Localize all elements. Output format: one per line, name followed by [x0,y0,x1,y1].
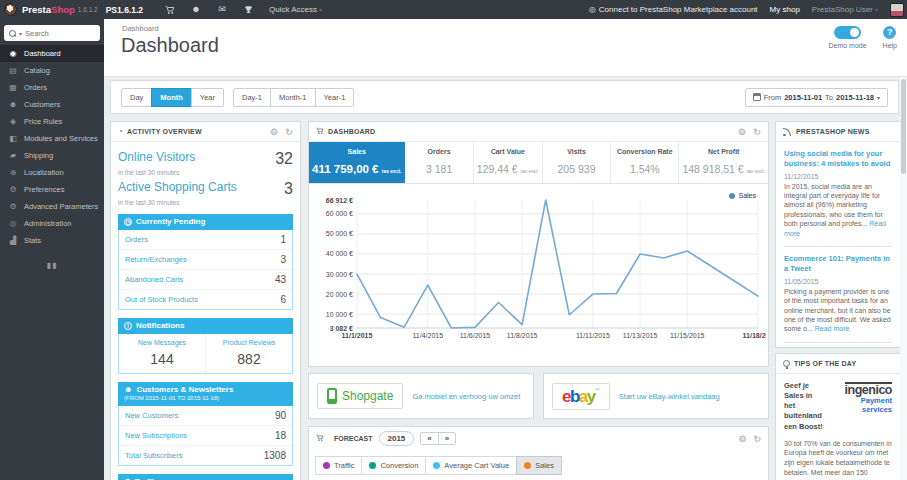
gear-icon[interactable]: ⚙ [270,127,278,137]
refresh-icon[interactable]: ↻ [753,434,761,444]
sidebar-item-administration[interactable]: ◎Administration [0,215,104,232]
tab-average-cart-value[interactable]: Average Cart Value [425,456,517,475]
cart-icon [316,127,324,137]
my-shop-link[interactable]: My shop [770,5,800,14]
sidebar-item-stats[interactable]: ▟Stats [0,232,104,249]
svg-text:60 000 €: 60 000 € [326,210,353,217]
svg-text:3 082 €: 3 082 € [330,325,353,332]
search-input[interactable] [25,29,95,38]
sidebar-item-label: Customers [24,100,60,109]
marketplace-icon: ◎ [589,5,596,14]
activity-panel-title: ACTIVITY OVERVIEW [127,128,202,135]
sidebar-item-price-rules[interactable]: ◈Price Rules [0,113,104,130]
avg-cart-dot-icon [433,462,440,469]
sidebar-item-customers[interactable]: ☻Customers [0,96,104,113]
range-year-1-button[interactable]: Year-1 [315,88,355,107]
range-day-1-button[interactable]: Day-1 [233,88,271,107]
list-item-new-subscriptions[interactable]: New Subscriptions18 [119,426,292,446]
collapse-sidebar-icon[interactable]: ▮▮ [0,261,104,270]
news-panel-header: PRESTASHOP NEWS [776,122,900,142]
kpi-cart-value[interactable]: Cart Value129,44 € tax excl. [474,142,543,183]
trophy-icon[interactable] [235,0,261,19]
stats-icon: ▟ [8,236,18,245]
user-avatar[interactable] [890,3,904,17]
range-month-1-button[interactable]: Month-1 [270,88,316,107]
sidebar-item-orders[interactable]: ▦Orders [0,79,104,96]
new-messages-cell[interactable]: New Messages144 [119,334,206,373]
notifications-banner: !Notifications [118,318,293,334]
prestashop-logo-icon [4,3,17,16]
demo-mode-toggle[interactable]: Demo mode [828,26,866,49]
shopgate-promo-link[interactable]: Ga mobiel en verhoog uw omzet [412,392,520,401]
sidebar-item-preferences[interactable]: ⚙Preferences [0,181,104,198]
calendar-icon [753,93,761,101]
help-button[interactable]: ? Help [883,26,897,49]
news-article-title[interactable]: Using social media for your business: 4 … [784,149,892,169]
online-visitors-link[interactable]: Online Visitors [118,150,195,164]
user-menu[interactable]: PrestaShop User ▾ [812,5,878,14]
traffic-dot-icon [323,462,330,469]
breadcrumb[interactable]: Dashboard [122,24,159,33]
kpi-sales[interactable]: Sales411 759,00 € tax excl. [309,142,405,183]
kpi-visits[interactable]: Visits205 939 [543,142,611,183]
gear-icon[interactable]: ⚙ [738,127,746,137]
scrollbar-thumb[interactable] [901,79,906,174]
product-reviews-cell[interactable]: Product Reviews882 [206,334,292,373]
tab-traffic[interactable]: Traffic [315,456,362,475]
customers-banner-sub: (FROM 2015-11-01 TO 2015-11-18) [124,395,287,403]
sidebar-item-catalog[interactable]: ▤Catalog [0,62,104,79]
person-icon: ☻ [124,385,132,395]
range-day-button[interactable]: Day [121,88,152,107]
messages-icon[interactable]: ✉ [209,0,235,19]
tab-sales[interactable]: Sales [516,456,562,475]
toggle-on-icon[interactable] [834,26,861,39]
date-range-picker[interactable]: From 2015-11-01 To 2015-11-18 ▾ [745,88,888,107]
range-year-button[interactable]: Year [191,88,224,107]
ebay-promo-link[interactable]: Start uw eBay-winkel vandaag [619,392,720,401]
sidebar-item-dashboard[interactable]: ◉Dashboard [0,45,104,62]
marketplace-link[interactable]: ◎Connect to PrestaShop Marketplace accou… [589,5,758,14]
refresh-icon[interactable]: ↻ [753,127,761,137]
active-carts-link[interactable]: Active Shopping Carts [118,180,237,194]
kpi-orders[interactable]: Orders3 181 [405,142,473,183]
sidebar-item-modules-and-services[interactable]: ◧Modules and Services [0,130,104,147]
read-more-link[interactable]: Read more [815,325,850,332]
cart-icon [316,434,324,444]
customers-icon: ☻ [8,100,18,109]
kpi-conversion-rate[interactable]: Conversion Rate1.54% [611,142,679,183]
news-article-excerpt: In 2015, social media are an integral pa… [784,182,892,239]
range-month-button[interactable]: Month [151,88,192,107]
next-year-button[interactable]: » [439,433,455,444]
list-item-abandoned-carts[interactable]: Abandoned Carts43 [119,270,292,290]
tab-conversion[interactable]: Conversion [361,456,426,475]
date-from: 2015-11-01 [784,93,822,102]
sidebar-item-localization[interactable]: ⊕Localization [0,164,104,181]
forecast-year[interactable]: 2015 [379,431,415,446]
list-item-returns[interactable]: Return/Exchanges3 [119,250,292,270]
quick-access-menu[interactable]: Quick Access ▾ [269,5,322,14]
list-item-total-subscribers[interactable]: Total Subscribers1308 [119,446,292,465]
cart-icon[interactable] [157,0,183,19]
sidebar-item-advanced-parameters[interactable]: ⚙Advanced Parameters [0,198,104,215]
list-item-out-of-stock[interactable]: Out of Stock Products6 [119,290,292,309]
page-title: Dashboard [121,34,219,57]
previous-year-button[interactable]: « [421,433,438,444]
help-icon[interactable]: ? [883,26,896,39]
chart-legend[interactable]: Sales [729,192,756,199]
list-item-new-customers[interactable]: New Customers90 [119,406,292,426]
list-item-orders[interactable]: Orders1 [119,230,292,250]
refresh-icon[interactable]: ↻ [285,127,293,137]
currently-pending-banner: ◷Currently Pending [118,214,293,230]
svg-text:11/11/2015: 11/11/2015 [576,332,610,339]
gear-icon[interactable]: ⚙ [738,434,746,444]
administration-icon: ◎ [8,219,18,228]
legend-dot-icon [729,193,735,199]
kpi-net-profit[interactable]: Net Profit148 918,51 € tax excl. [679,142,768,183]
svg-text:11/4/2015: 11/4/2015 [412,332,443,339]
news-article-date: 11/05/2015 [784,278,892,285]
customer-icon[interactable]: ☻ [183,0,209,19]
scrollbar[interactable] [900,77,907,480]
sidebar-item-shipping[interactable]: ▰Shipping [0,147,104,164]
news-article-title[interactable]: Ecommerce 101: Payments in a Tweet [784,254,892,274]
search-scope-caret-icon[interactable]: ▾ [19,30,22,37]
